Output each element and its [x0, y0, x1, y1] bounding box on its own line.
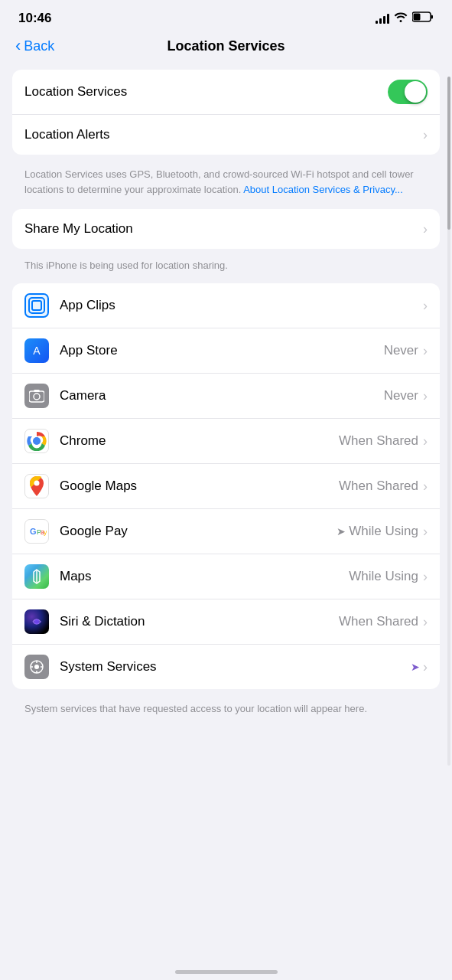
location-arrow-icon-gpay: ➤: [337, 525, 346, 537]
app-row-google-maps[interactable]: Google Maps When Shared ›: [12, 464, 440, 509]
app-row-chrome[interactable]: Chrome When Shared ›: [12, 419, 440, 464]
app-row-maps[interactable]: Maps While Using ›: [12, 554, 440, 599]
wifi-icon: [394, 11, 408, 25]
app-row-app-store[interactable]: A App Store Never ›: [12, 328, 440, 374]
svg-point-7: [34, 394, 40, 400]
svg-text:y: y: [44, 528, 47, 536]
svg-rect-8: [34, 390, 40, 392]
app-row-app-clips[interactable]: App Clips ›: [12, 283, 440, 328]
svg-rect-2: [414, 14, 421, 21]
app-row-google-pay[interactable]: G P a y Google Pay ➤ While Using ›: [12, 509, 440, 554]
status-time: 10:46: [18, 11, 51, 26]
google-pay-icon: G P a y: [24, 519, 49, 544]
chrome-chevron-icon: ›: [423, 433, 428, 449]
maps-chevron-icon: ›: [423, 569, 428, 585]
location-services-toggle[interactable]: [388, 80, 428, 104]
system-services-icon: [24, 655, 49, 679]
app-clips-chevron-icon: ›: [423, 298, 428, 314]
app-store-value: Never: [384, 343, 418, 358]
system-services-label: System Services: [60, 659, 411, 675]
share-my-location-card: Share My Location ›: [12, 209, 440, 249]
location-services-card: Location Services Location Alerts ›: [12, 70, 440, 155]
location-description: Location Services uses GPS, Bluetooth, a…: [0, 161, 452, 209]
google-maps-value: When Shared: [339, 479, 418, 494]
location-arrow-purple-icon: ➤: [411, 661, 420, 673]
share-my-location-label: Share My Location: [24, 221, 423, 237]
home-indicator: [175, 970, 278, 974]
svg-rect-1: [431, 15, 434, 19]
app-store-chevron-icon: ›: [423, 343, 428, 359]
svg-point-22: [34, 665, 39, 669]
location-alerts-label: Location Alerts: [24, 127, 423, 142]
app-row-camera[interactable]: Camera Never ›: [12, 374, 440, 419]
siri-label: Siri & Dictation: [60, 614, 339, 629]
app-store-icon: A: [24, 338, 49, 363]
maps-label: Maps: [60, 569, 349, 584]
battery-icon: [412, 11, 434, 25]
app-store-label: App Store: [60, 343, 384, 358]
app-row-siri[interactable]: Siri & Dictation When Shared ›: [12, 599, 440, 645]
siri-icon: [24, 609, 49, 634]
scroll-thumb[interactable]: [447, 77, 450, 230]
siri-chevron-icon: ›: [423, 614, 428, 630]
siri-value: When Shared: [339, 614, 418, 629]
status-icons: [376, 11, 434, 25]
location-alerts-row[interactable]: Location Alerts ›: [12, 115, 440, 155]
chrome-app-icon: [24, 429, 49, 453]
share-description: This iPhone is being used for location s…: [0, 255, 452, 283]
status-bar: 10:46: [0, 0, 452, 32]
svg-rect-6: [29, 391, 44, 402]
app-clips-icon: [24, 293, 49, 318]
location-services-toggle-row[interactable]: Location Services: [12, 70, 440, 115]
google-pay-chevron-icon: ›: [423, 524, 428, 540]
google-maps-chevron-icon: ›: [423, 479, 428, 495]
scroll-track: [447, 77, 450, 766]
share-my-location-chevron-icon: ›: [423, 221, 428, 237]
svg-text:A: A: [33, 345, 41, 357]
google-maps-label: Google Maps: [60, 479, 339, 494]
back-chevron-icon: ‹: [15, 36, 21, 56]
share-my-location-row[interactable]: Share My Location ›: [12, 209, 440, 249]
bottom-note-text: System services that have requested acce…: [24, 703, 367, 714]
toggle-knob: [405, 81, 426, 103]
back-button[interactable]: ‹ Back: [15, 37, 54, 56]
back-label: Back: [24, 38, 54, 54]
google-pay-label: Google Pay: [60, 524, 337, 539]
svg-point-20: [34, 619, 39, 624]
app-clips-label: App Clips: [60, 298, 423, 313]
bottom-note: System services that have requested acce…: [0, 695, 452, 732]
maps-value: While Using: [349, 569, 418, 584]
app-list-card: App Clips › A App Store Never ›: [12, 283, 440, 689]
google-pay-value: While Using: [349, 524, 418, 539]
location-services-label: Location Services: [24, 84, 388, 100]
google-maps-icon: [24, 474, 49, 498]
camera-label: Camera: [60, 388, 384, 403]
nav-bar: ‹ Back Location Services: [0, 32, 452, 64]
page-title: Location Services: [167, 38, 285, 54]
system-services-chevron-icon: ›: [423, 659, 428, 675]
camera-chevron-icon: ›: [423, 388, 428, 404]
share-description-text: This iPhone is being used for location s…: [24, 260, 228, 271]
location-alerts-chevron-icon: ›: [423, 127, 428, 143]
app-row-system-services[interactable]: System Services ➤ ›: [12, 645, 440, 689]
camera-value: Never: [384, 388, 418, 403]
svg-point-12: [34, 481, 40, 486]
svg-point-11: [34, 438, 41, 445]
chrome-label: Chrome: [60, 433, 339, 449]
signal-bars-icon: [376, 13, 389, 24]
svg-text:G: G: [30, 527, 37, 536]
privacy-link[interactable]: About Location Services & Privacy...: [243, 184, 403, 195]
svg-rect-4: [32, 301, 41, 310]
maps-app-icon: [24, 564, 49, 589]
camera-icon: [24, 384, 49, 408]
content: Location Services Location Alerts › Loca…: [0, 64, 452, 763]
chrome-value: When Shared: [339, 433, 418, 449]
